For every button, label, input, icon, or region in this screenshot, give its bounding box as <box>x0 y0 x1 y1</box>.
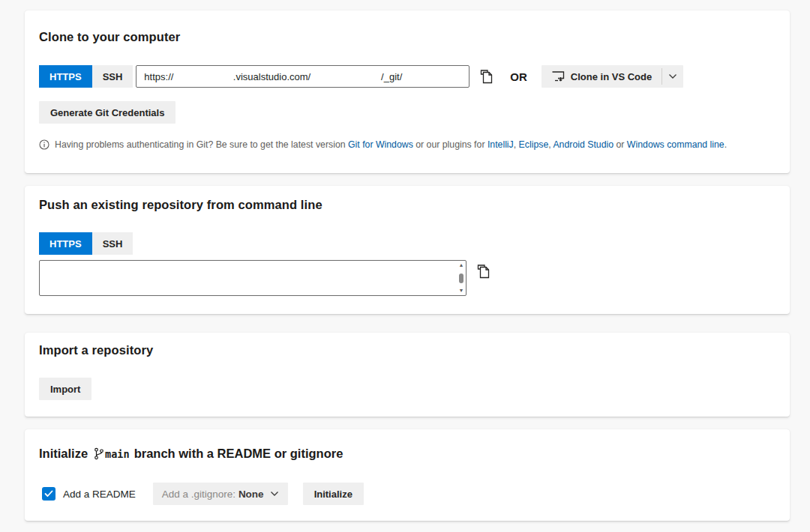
scroll-up-icon[interactable]: ▲ <box>459 262 464 268</box>
init-title-prefix: Initialize <box>39 447 88 461</box>
copy-icon <box>479 69 494 85</box>
link-windows-command-line[interactable]: Windows command line <box>627 139 724 150</box>
tab-https[interactable]: HTTPS <box>39 65 92 88</box>
import-card-title: Import a repository <box>39 333 776 357</box>
add-readme-checkbox[interactable] <box>42 487 56 501</box>
copy-command-button[interactable] <box>476 264 490 279</box>
git-auth-help-text: Having problems authenticating in Git? B… <box>55 139 727 150</box>
copy-icon <box>476 264 490 279</box>
push-tab-ssh[interactable]: SSH <box>92 232 134 255</box>
link-eclipse[interactable]: Eclipse <box>519 139 549 150</box>
push-command-text: git remote add origin https:// .visualst… <box>40 261 457 295</box>
branch-name: main <box>105 448 130 460</box>
help-suffix: . <box>724 139 727 150</box>
init-title-suffix: branch with a README or gitignore <box>134 447 344 461</box>
push-command-textarea[interactable]: git remote add origin https:// .visualst… <box>39 260 466 296</box>
info-icon <box>39 139 50 150</box>
scroll-down-icon[interactable]: ▼ <box>459 288 464 294</box>
textarea-scrollbar[interactable]: ▲ ▼ <box>457 261 466 295</box>
initialize-button[interactable]: Initialize <box>303 483 364 505</box>
generate-git-credentials-button[interactable]: Generate Git Credentials <box>39 101 176 124</box>
link-intellij[interactable]: IntelliJ <box>488 139 514 150</box>
push-command-row: git remote add origin https:// .visualst… <box>39 255 776 296</box>
clone-vscode-split-button: Clone in VS Code <box>542 65 683 88</box>
clone-vscode-button-label: Clone in VS Code <box>571 71 652 82</box>
chevron-down-icon <box>668 73 677 79</box>
clone-url-input[interactable] <box>136 65 470 88</box>
clone-vscode-options-button[interactable] <box>662 65 683 88</box>
gitignore-dropdown-value: None <box>238 489 264 500</box>
or-label: OR <box>510 70 527 83</box>
add-readme-label: Add a README <box>63 489 136 500</box>
help-sep1: , <box>514 139 519 150</box>
push-command-line1: git remote add origin https:// .visualst… <box>47 293 454 295</box>
git-auth-help: Having problems authenticating in Git? B… <box>39 139 776 150</box>
vscode-monitor-icon <box>551 70 565 82</box>
link-android-studio[interactable]: Android Studio <box>553 139 614 150</box>
import-card: Import a repository Import <box>25 333 790 417</box>
clone-card-title: Clone to your computer <box>39 10 776 44</box>
clone-card: Clone to your computer HTTPS SSH OR <box>25 10 790 173</box>
push-card-title: Push an existing repository from command… <box>39 186 776 212</box>
link-git-for-windows[interactable]: Git for Windows <box>348 139 413 150</box>
copy-url-button[interactable] <box>479 69 494 85</box>
initialize-card: Initialize main branch with a README or … <box>25 429 790 521</box>
scrollbar-thumb[interactable] <box>459 273 464 283</box>
initialize-card-title: Initialize main branch with a README or … <box>39 429 776 461</box>
help-mid1: or our plugins for <box>413 139 488 150</box>
push-protocol-tabs: HTTPS SSH <box>39 232 776 255</box>
clone-vscode-button[interactable]: Clone in VS Code <box>542 65 662 88</box>
clone-protocol-tabs: HTTPS SSH <box>39 65 133 88</box>
initialize-controls-row: Add a README Add a .gitignore: None Init… <box>39 483 776 505</box>
help-mid2: or <box>614 139 627 150</box>
tab-ssh[interactable]: SSH <box>92 65 134 88</box>
chevron-down-icon <box>270 491 279 497</box>
gitignore-dropdown[interactable]: Add a .gitignore: None <box>153 483 288 505</box>
clone-url-row: HTTPS SSH OR <box>39 65 776 88</box>
push-tab-https[interactable]: HTTPS <box>39 232 92 255</box>
git-branch-icon <box>93 447 104 460</box>
gitignore-dropdown-label: Add a .gitignore: <box>162 489 238 500</box>
push-card: Push an existing repository from command… <box>25 186 790 314</box>
help-prefix: Having problems authenticating in Git? B… <box>55 139 348 150</box>
checkmark-icon <box>44 490 53 498</box>
import-button[interactable]: Import <box>39 378 92 400</box>
